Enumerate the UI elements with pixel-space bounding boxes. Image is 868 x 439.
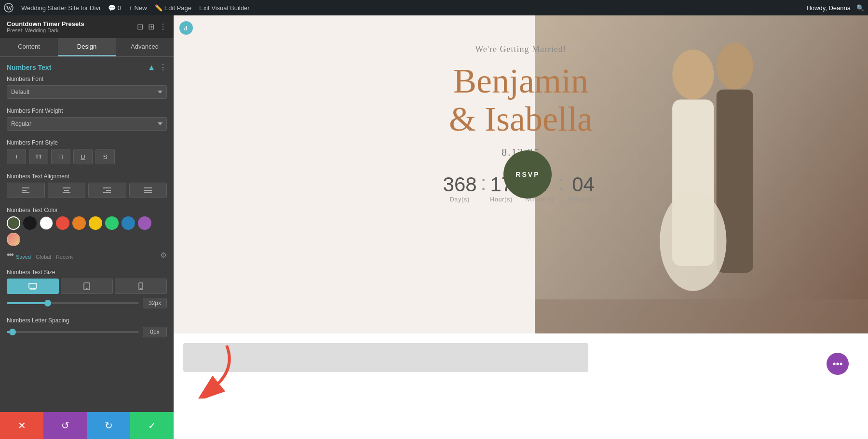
gear-icon[interactable]: ⚙ bbox=[160, 251, 167, 260]
save-button[interactable]: ✓ bbox=[130, 412, 174, 439]
panel-content: Numbers Font Default Numbers Font Weight… bbox=[0, 76, 174, 412]
numbers-font-label: Numbers Font bbox=[7, 76, 167, 82]
tablet-size-button[interactable] bbox=[61, 279, 113, 294]
color-tab-global[interactable]: Global bbox=[36, 254, 51, 260]
svg-point-21 bbox=[140, 288, 141, 289]
letter-spacing-slider-row bbox=[7, 327, 167, 337]
align-right-button[interactable] bbox=[88, 183, 126, 198]
redo-button[interactable]: ↻ bbox=[87, 412, 130, 439]
all-caps-button[interactable]: TT bbox=[29, 149, 48, 164]
small-caps-button[interactable]: Tt bbox=[51, 149, 70, 164]
wedding-name2: & Isabella bbox=[449, 100, 593, 138]
mobile-size-button[interactable] bbox=[115, 279, 167, 294]
exit-builder-button[interactable]: Exit Visual Builder bbox=[199, 4, 250, 12]
panel-header: Countdown Timer Presets Preset: Wedding … bbox=[0, 15, 174, 38]
svg-rect-25 bbox=[535, 299, 868, 333]
color-swatch-purple[interactable] bbox=[138, 216, 151, 230]
svg-rect-9 bbox=[106, 190, 111, 191]
color-swatch-dark-green[interactable] bbox=[7, 216, 20, 230]
comment-icon-wrap[interactable]: 💬 0 bbox=[108, 4, 121, 12]
text-size-slider[interactable] bbox=[7, 302, 139, 304]
numbers-text-alignment-field: Numbers Text Alignment bbox=[7, 173, 167, 198]
gray-bar bbox=[183, 343, 588, 372]
color-tab-saved[interactable]: Saved bbox=[16, 254, 31, 260]
svg-rect-12 bbox=[144, 190, 152, 191]
color-swatch-pink[interactable] bbox=[7, 233, 20, 246]
size-device-row bbox=[7, 279, 167, 294]
text-size-slider-row bbox=[7, 298, 167, 308]
comment-icon: 💬 bbox=[108, 4, 116, 12]
section-collapse-icon[interactable]: ▲ bbox=[148, 63, 155, 72]
user-greeting: Howdy, Deanna bbox=[806, 4, 851, 12]
color-swatch-white[interactable] bbox=[40, 216, 53, 230]
section-header: Numbers Text ▲ ⋮ bbox=[0, 57, 174, 76]
site-title[interactable]: Wedding Starter Site for Divi bbox=[21, 4, 100, 12]
divi-floating-button[interactable]: d bbox=[179, 21, 193, 35]
numbers-font-weight-label: Numbers Font Weight bbox=[7, 107, 167, 114]
style-buttons: I TT Tt U S bbox=[7, 149, 167, 164]
cancel-button[interactable]: ✕ bbox=[0, 412, 43, 439]
countdown-days: 368 Day(s) bbox=[443, 173, 477, 203]
countdown-sep-3: : bbox=[558, 173, 564, 193]
left-panel: Countdown Timer Presets Preset: Wedding … bbox=[0, 15, 174, 439]
italic-button[interactable]: I bbox=[7, 149, 26, 164]
color-dots-icon: ••• bbox=[7, 250, 13, 260]
tab-content[interactable]: Content bbox=[0, 38, 58, 56]
more-options-button[interactable]: ••• bbox=[827, 353, 849, 375]
letter-spacing-slider[interactable] bbox=[7, 331, 139, 333]
tab-advanced[interactable]: Advanced bbox=[116, 38, 174, 56]
numbers-text-size-label: Numbers Text Size bbox=[7, 269, 167, 276]
color-swatch-green[interactable] bbox=[105, 216, 119, 230]
align-justify-button[interactable] bbox=[129, 183, 167, 198]
color-swatch-red[interactable] bbox=[56, 216, 69, 230]
edit-page-button[interactable]: ✏️ Edit Page bbox=[155, 4, 191, 12]
desktop-size-button[interactable] bbox=[7, 279, 59, 294]
layout-icon[interactable]: ⊞ bbox=[148, 22, 154, 31]
numbers-text-color-field: Numbers Text Color ••• Saved bbox=[7, 207, 167, 260]
color-swatch-orange[interactable] bbox=[72, 216, 86, 230]
svg-rect-7 bbox=[63, 192, 70, 193]
svg-point-30 bbox=[660, 191, 726, 291]
wp-logo[interactable]: W bbox=[4, 3, 14, 13]
numbers-font-field: Numbers Font Default bbox=[7, 76, 167, 99]
svg-rect-3 bbox=[22, 190, 27, 191]
numbers-font-style-field: Numbers Font Style I TT Tt U S bbox=[7, 139, 167, 164]
color-swatch-yellow[interactable] bbox=[89, 216, 102, 230]
monitor-icon[interactable]: ⊡ bbox=[137, 22, 143, 31]
countdown-seconds: 04 Second(s) bbox=[568, 173, 599, 203]
strikethrough-button[interactable]: S bbox=[95, 149, 115, 164]
underline-button[interactable]: U bbox=[73, 149, 93, 164]
letter-spacing-value[interactable] bbox=[143, 327, 167, 337]
color-tab-recent[interactable]: Recent bbox=[56, 254, 73, 260]
svg-text:W: W bbox=[6, 5, 12, 12]
tab-design[interactable]: Design bbox=[58, 38, 116, 56]
numbers-text-color-label: Numbers Text Color bbox=[7, 207, 167, 213]
undo-button[interactable]: ↺ bbox=[43, 412, 87, 439]
align-center-button[interactable] bbox=[48, 183, 86, 198]
panel-subtitle: Preset: Wedding Dark bbox=[7, 27, 84, 33]
color-swatch-blue[interactable] bbox=[122, 216, 135, 230]
wedding-name1: Benjamin bbox=[449, 62, 593, 100]
svg-rect-11 bbox=[144, 187, 152, 188]
wedding-subtitle: We're Getting Married! bbox=[475, 44, 567, 54]
admin-bar: W Wedding Starter Site for Divi 💬 0 + Ne… bbox=[0, 0, 868, 15]
numbers-text-size-field: Numbers Text Size bbox=[7, 269, 167, 308]
svg-rect-8 bbox=[103, 187, 111, 188]
more-icon[interactable]: ⋮ bbox=[159, 22, 167, 31]
color-extra-row: ••• Saved Global Recent ⚙ bbox=[7, 250, 167, 260]
wedding-section: We're Getting Married! Benjamin & Isabel… bbox=[174, 15, 868, 333]
search-icon[interactable]: 🔍 bbox=[856, 4, 864, 12]
rsvp-circle[interactable]: RSVP bbox=[503, 150, 552, 199]
align-left-button[interactable] bbox=[7, 183, 45, 198]
main-layout: Countdown Timer Presets Preset: Wedding … bbox=[0, 15, 868, 439]
color-swatch-black[interactable] bbox=[23, 216, 37, 230]
new-button[interactable]: + New bbox=[129, 4, 147, 12]
wedding-names: Benjamin & Isabella bbox=[449, 62, 593, 138]
color-tabs: Saved Global Recent bbox=[16, 254, 73, 260]
numbers-font-select[interactable]: Default bbox=[7, 85, 167, 99]
svg-point-28 bbox=[717, 43, 753, 90]
bottom-section: ••• bbox=[174, 333, 868, 439]
section-more-icon[interactable]: ⋮ bbox=[159, 63, 167, 72]
text-size-value[interactable] bbox=[143, 298, 167, 308]
numbers-font-weight-select[interactable]: Regular bbox=[7, 117, 167, 131]
